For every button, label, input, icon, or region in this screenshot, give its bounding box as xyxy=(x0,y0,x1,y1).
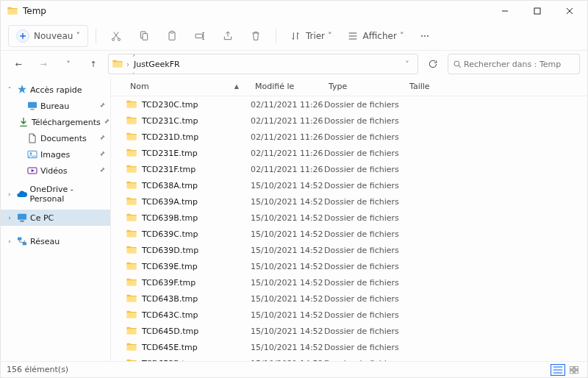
svg-rect-17 xyxy=(18,214,26,220)
details-view-button[interactable] xyxy=(551,364,565,376)
file-list[interactable]: TCD230C.tmp02/11/2021 11:26Dossier de fi… xyxy=(111,96,587,361)
file-type: Dossier de fichiers xyxy=(324,327,405,336)
file-name: TCD643B.tmp xyxy=(142,294,198,304)
file-row[interactable]: TCD652B.tmp15/10/2021 14:52Dossier de fi… xyxy=(111,355,587,361)
breadcrumb-segment[interactable]: JustGeekFR xyxy=(131,60,204,69)
file-row[interactable]: TCD643C.tmp15/10/2021 14:52Dossier de fi… xyxy=(111,307,587,323)
up-button[interactable]: ↑ xyxy=(83,54,104,74)
quick-access[interactable]: ˅ Accès rapide xyxy=(1,82,110,98)
file-row[interactable]: TCD230C.tmp02/11/2021 11:26Dossier de fi… xyxy=(111,96,587,113)
file-type: Dossier de fichiers xyxy=(324,132,405,142)
sidebar-item[interactable]: Vidéos xyxy=(1,163,110,179)
onedrive-label: OneDrive - Personal xyxy=(30,185,107,204)
share-button[interactable] xyxy=(215,25,240,47)
file-type: Dossier de fichiers xyxy=(324,149,405,158)
search-box[interactable] xyxy=(448,54,580,74)
onedrive[interactable]: › OneDrive - Personal xyxy=(1,186,110,202)
delete-button[interactable] xyxy=(243,25,268,47)
sort-button[interactable]: Trier ˅ xyxy=(284,25,338,47)
thumbnails-view-button[interactable] xyxy=(567,364,581,376)
file-type: Dossier de fichiers xyxy=(324,278,405,288)
breadcrumb[interactable]: › Ce PC›Disque local (C:)›Utilisateurs›J… xyxy=(108,54,418,74)
file-name: TCD639B.tmp xyxy=(142,213,198,223)
file-type: Dossier de fichiers xyxy=(324,229,405,239)
expand-icon[interactable]: › xyxy=(5,238,14,245)
file-name: TCD639C.tmp xyxy=(142,229,198,239)
document-icon xyxy=(26,132,38,144)
titlebar: Temp xyxy=(1,1,587,21)
file-row[interactable]: TCD638A.tmp15/10/2021 14:52Dossier de fi… xyxy=(111,177,587,193)
chevron-down-icon: ˅ xyxy=(328,31,332,40)
file-row[interactable]: TCD643B.tmp15/10/2021 14:52Dossier de fi… xyxy=(111,290,587,307)
svg-point-15 xyxy=(30,152,32,154)
file-type: Dossier de fichiers xyxy=(324,294,405,304)
file-row[interactable]: TCD231C.tmp02/11/2021 11:26Dossier de fi… xyxy=(111,113,587,129)
file-row[interactable]: TCD639B.tmp15/10/2021 14:52Dossier de fi… xyxy=(111,210,587,226)
recent-button[interactable]: ˅ xyxy=(58,54,79,74)
forward-button[interactable]: → xyxy=(33,54,54,74)
svg-rect-22 xyxy=(575,366,578,369)
paste-button[interactable] xyxy=(159,25,184,47)
sidebar-item-label: Téléchargements xyxy=(32,118,101,127)
expand-icon[interactable]: › xyxy=(5,214,14,221)
column-size[interactable]: Taille xyxy=(405,82,449,91)
file-row[interactable]: TCD639C.tmp15/10/2021 14:52Dossier de fi… xyxy=(111,226,587,242)
file-row[interactable]: TCD639E.tmp15/10/2021 14:52Dossier de fi… xyxy=(111,258,587,274)
file-row[interactable]: TCD639F.tmp15/10/2021 14:52Dossier de fi… xyxy=(111,274,587,290)
rename-button[interactable] xyxy=(187,25,212,47)
sidebar-item[interactable]: Bureau xyxy=(1,98,110,114)
file-modified: 15/10/2021 14:52 xyxy=(251,278,324,288)
svg-point-9 xyxy=(424,35,426,37)
view-icon xyxy=(347,30,359,42)
back-button[interactable]: ← xyxy=(8,54,29,74)
minimize-button[interactable] xyxy=(489,1,521,21)
sort-indicator-icon: ▲ xyxy=(234,83,239,90)
folder-icon xyxy=(126,277,137,288)
file-name: TCD639F.tmp xyxy=(142,278,196,288)
file-row[interactable]: TCD645E.tmp15/10/2021 14:52Dossier de fi… xyxy=(111,339,587,355)
maximize-button[interactable] xyxy=(521,1,553,21)
cloud-icon xyxy=(16,188,28,200)
svg-rect-6 xyxy=(171,31,173,33)
sidebar-item[interactable]: Images xyxy=(1,146,110,163)
network-label: Réseau xyxy=(30,237,60,246)
folder-icon xyxy=(126,228,137,240)
this-pc[interactable]: › Ce PC xyxy=(1,210,110,226)
chevron-down-icon: ˅ xyxy=(76,31,80,40)
expand-icon[interactable]: › xyxy=(5,190,14,198)
svg-point-1 xyxy=(112,38,114,40)
close-button[interactable] xyxy=(553,1,586,21)
file-row[interactable]: TCD231F.tmp02/11/2021 11:26Dossier de fi… xyxy=(111,161,587,177)
file-modified: 15/10/2021 14:52 xyxy=(251,310,324,320)
file-name: TCD639D.tmp xyxy=(142,246,198,255)
view-button[interactable]: Afficher ˅ xyxy=(341,25,410,47)
file-type: Dossier de fichiers xyxy=(324,181,405,190)
sidebar-item[interactable]: Documents xyxy=(1,130,110,146)
file-row[interactable]: TCD231E.tmp02/11/2021 11:26Dossier de fi… xyxy=(111,145,587,161)
new-button[interactable]: ＋ Nouveau ˅ xyxy=(8,25,88,47)
column-name[interactable]: Nom▲ xyxy=(126,82,251,91)
refresh-button[interactable] xyxy=(423,54,443,74)
breadcrumb-dropdown[interactable]: ˅ xyxy=(400,60,415,69)
network[interactable]: › Réseau xyxy=(1,233,110,249)
svg-point-2 xyxy=(118,38,120,40)
file-row[interactable]: TCD639A.tmp15/10/2021 14:52Dossier de fi… xyxy=(111,193,587,210)
file-name: TCD231C.tmp xyxy=(142,116,198,126)
cut-button[interactable] xyxy=(104,25,129,47)
column-modified[interactable]: Modifié le xyxy=(251,82,324,91)
file-row[interactable]: TCD645D.tmp15/10/2021 14:52Dossier de fi… xyxy=(111,323,587,339)
collapse-icon[interactable]: ˅ xyxy=(5,86,14,93)
network-icon xyxy=(16,235,28,247)
copy-button[interactable] xyxy=(132,25,157,47)
sidebar-item[interactable]: Téléchargements xyxy=(1,114,110,130)
file-name: TCD639A.tmp xyxy=(142,197,198,207)
file-row[interactable]: TCD639D.tmp15/10/2021 14:52Dossier de fi… xyxy=(111,242,587,258)
file-modified: 02/11/2021 11:26 xyxy=(251,132,324,142)
more-button[interactable] xyxy=(412,25,437,47)
folder-icon xyxy=(126,293,137,304)
file-modified: 15/10/2021 14:52 xyxy=(251,327,324,336)
search-input[interactable] xyxy=(462,59,575,70)
file-name: TCD638A.tmp xyxy=(142,181,198,190)
column-type[interactable]: Type xyxy=(324,82,405,91)
file-row[interactable]: TCD231D.tmp02/11/2021 11:26Dossier de fi… xyxy=(111,129,587,145)
